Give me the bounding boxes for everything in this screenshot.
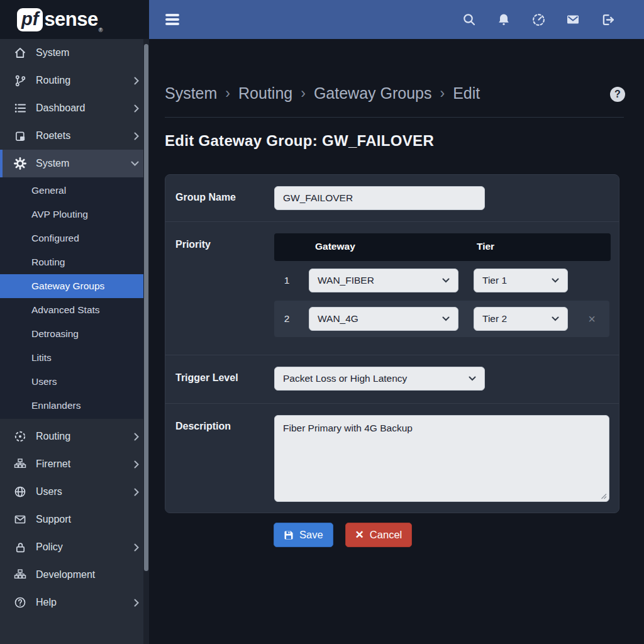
- submenu-item-routing[interactable]: Routing: [0, 250, 149, 274]
- sidebar-item-help[interactable]: Help: [0, 589, 149, 616]
- sidebar-item-label: System: [36, 47, 69, 58]
- sidebar-item-users[interactable]: Users: [0, 478, 149, 506]
- priority-row-1: 1 WAN_FIBER Tier 1: [274, 269, 611, 292]
- submenu-label: Gateway Groups: [31, 280, 104, 292]
- sitemap-icon: [13, 458, 28, 470]
- code-branch-icon: [13, 75, 28, 87]
- trigger-level-row: Trigger Level Packet Loss or High Latenc…: [165, 355, 619, 404]
- chevron-right-icon: [134, 77, 139, 85]
- chevron-down-icon: [552, 278, 559, 283]
- cancel-button[interactable]: ✕ Cancel: [345, 523, 413, 547]
- submenu-item-advanced-stats[interactable]: Advanced Stats: [0, 298, 149, 322]
- submenu-item-detroasing[interactable]: Detroasing: [0, 322, 149, 346]
- row-index: 1: [280, 275, 294, 286]
- chevron-right-icon: [134, 433, 139, 441]
- pfsense-logo[interactable]: pf sense ®: [0, 0, 149, 39]
- submenu-label: Users: [31, 376, 57, 387]
- priority-table: Gateway Tier 1 WAN_FIBER Tier 1: [274, 233, 611, 337]
- submenu-item-general[interactable]: General: [0, 179, 149, 203]
- sidebar-item-system[interactable]: System: [0, 39, 149, 67]
- route-icon: [13, 430, 28, 443]
- envelope-icon: [13, 513, 28, 526]
- submenu-label: Ennlanders: [31, 400, 80, 411]
- submenu-item-configured[interactable]: Configured: [0, 226, 149, 250]
- submenu-label: Litits: [31, 352, 52, 364]
- priority-label: Priority: [175, 233, 274, 343]
- sidebar-item-firernet[interactable]: Firernet: [0, 450, 149, 478]
- top-nav-bar: [149, 0, 644, 39]
- group-name-input[interactable]: GW_FAILOVER: [274, 186, 485, 210]
- home-icon: [13, 47, 28, 59]
- list-icon: [13, 102, 28, 114]
- submenu-label: Detroasing: [31, 328, 79, 340]
- sidebar-item-support[interactable]: Support: [0, 506, 149, 533]
- tier-select-value: Tier 1: [482, 275, 507, 286]
- priority-table-header: Gateway Tier: [274, 233, 611, 261]
- search-icon[interactable]: [462, 12, 477, 27]
- tier-column-header: Tier: [477, 241, 494, 252]
- breadcrumb-routing[interactable]: Routing: [238, 84, 292, 103]
- remove-row-icon[interactable]: ×: [588, 313, 596, 325]
- sidebar-item-roetets[interactable]: Roetets: [0, 122, 149, 150]
- globe-icon: [13, 486, 28, 498]
- trigger-level-value: Packet Loss or High Latency: [283, 373, 407, 384]
- edit-gateway-group-form: Group Name GW_FAILOVER Priority Gateway …: [165, 174, 619, 513]
- chevron-down-icon: [131, 161, 139, 166]
- chevron-right-icon: [134, 599, 139, 607]
- priority-row-2: 2 WAN_4G Tier 2: [274, 301, 609, 337]
- description-textarea[interactable]: Fiber Primary with 4G Backup: [274, 415, 609, 502]
- submenu-item-litits[interactable]: Litits: [0, 346, 149, 370]
- sidebar-item-policy[interactable]: Policy: [0, 533, 149, 561]
- floppy-save-icon: [284, 530, 294, 540]
- mail-icon[interactable]: [565, 12, 580, 27]
- breadcrumb-edit[interactable]: Edit: [453, 84, 480, 103]
- gateway-select-1[interactable]: WAN_FIBER: [309, 269, 458, 292]
- breadcrumb-separator: ›: [225, 85, 230, 102]
- group-name-row: Group Name GW_FAILOVER: [165, 175, 619, 222]
- submenu-item-users[interactable]: Users: [0, 370, 149, 394]
- submenu-item-avp-plouting[interactable]: AVP Plouting: [0, 203, 149, 226]
- sidebar-scrollbar-thumb[interactable]: [144, 44, 148, 571]
- chevron-down-icon: [442, 278, 450, 283]
- breadcrumb-system[interactable]: System: [165, 84, 217, 103]
- certificate-icon: [13, 130, 28, 142]
- logo-registered-mark: ®: [99, 27, 103, 33]
- gateway-select-value: WAN_4G: [318, 313, 358, 325]
- submenu-item-ennlanders[interactable]: Ennlanders: [0, 394, 149, 418]
- sign-out-icon[interactable]: [600, 12, 615, 27]
- main-content: System › Routing › Gateway Groups › Edit…: [149, 39, 644, 644]
- sidebar-item-label: Routing: [36, 75, 70, 86]
- save-button[interactable]: Save: [274, 523, 333, 547]
- sidebar-item-label: Routing: [36, 431, 70, 442]
- trigger-level-select[interactable]: Packet Loss or High Latency: [274, 367, 485, 391]
- submenu-label: General: [31, 185, 66, 196]
- description-row: Description Fiber Primary with 4G Backup: [165, 404, 619, 513]
- sitemap-icon: [13, 569, 28, 581]
- gauge-status-icon[interactable]: [531, 12, 546, 27]
- breadcrumb-separator: ›: [440, 85, 445, 102]
- sidebar-item-routing[interactable]: Routing: [0, 67, 149, 94]
- sidebar-item-development[interactable]: Development: [0, 561, 149, 589]
- sidebar-item-system-expanded[interactable]: System: [0, 150, 149, 177]
- resize-grip-icon[interactable]: [600, 492, 607, 499]
- chevron-right-icon: [134, 104, 139, 113]
- breadcrumb-gateway-groups[interactable]: Gateway Groups: [314, 84, 432, 103]
- cancel-x-icon: ✕: [355, 528, 364, 541]
- hamburger-menu-icon[interactable]: [165, 12, 179, 28]
- sidebar-item-label: Dashboard: [36, 103, 85, 114]
- notifications-bell-icon[interactable]: [496, 12, 511, 27]
- gear-icon: [13, 157, 28, 170]
- gateway-column-header: Gateway: [315, 241, 355, 252]
- chevron-right-icon: [134, 132, 139, 140]
- tier-select-1[interactable]: Tier 1: [474, 269, 568, 292]
- help-icon[interactable]: ?: [610, 87, 625, 102]
- submenu-item-gateway-groups[interactable]: Gateway Groups: [0, 274, 149, 298]
- sidebar-item-dashboard[interactable]: Dashboard: [0, 94, 149, 122]
- lock-icon: [13, 541, 28, 553]
- sidebar-item-label: Users: [36, 486, 62, 497]
- tier-select-value: Tier 2: [482, 313, 507, 325]
- gateway-select-2[interactable]: WAN_4G: [309, 307, 458, 331]
- tier-select-2[interactable]: Tier 2: [474, 307, 568, 331]
- chevron-right-icon: [134, 460, 139, 469]
- sidebar-item-routing-2[interactable]: Routing: [0, 423, 149, 450]
